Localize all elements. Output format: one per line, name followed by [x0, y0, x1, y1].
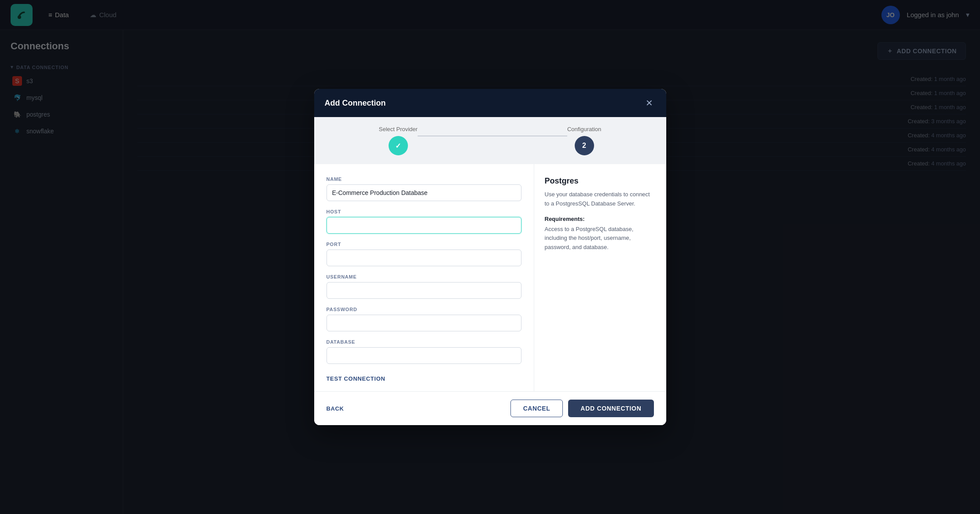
username-input[interactable] [327, 282, 521, 299]
modal-header: Add Connection ✕ [314, 89, 666, 117]
info-panel: Postgres Use your database credentials t… [534, 164, 666, 391]
close-button[interactable]: ✕ [643, 97, 656, 109]
info-description: Use your database credentials to connect… [545, 190, 656, 209]
back-button[interactable]: BACK [327, 405, 344, 412]
modal-footer: BACK CANCEL ADD CONNECTION [314, 391, 666, 425]
stepper: Select Provider ✓ Configuration 2 [314, 117, 666, 164]
cancel-button[interactable]: CANCEL [510, 400, 563, 417]
step-2-circle: 2 [575, 136, 594, 155]
footer-right: CANCEL ADD CONNECTION [510, 400, 654, 417]
step-2-label: Configuration [567, 126, 601, 132]
connection-form: NAME HOST PORT USERNAME PASSWORD DATABAS… [314, 164, 534, 391]
database-field-group: DATABASE [327, 339, 521, 364]
name-input[interactable] [327, 184, 521, 201]
info-requirements-text: Access to a PostgreSQL database, includi… [545, 225, 656, 252]
port-label: PORT [327, 242, 521, 247]
step-1-circle: ✓ [389, 136, 408, 155]
add-connection-submit-button[interactable]: ADD CONNECTION [568, 400, 653, 417]
password-label: PASSWORD [327, 307, 521, 312]
step-1: Select Provider ✓ [379, 126, 418, 155]
host-field-group: HOST [327, 209, 521, 234]
test-connection-link[interactable]: TEST CONNECTION [327, 375, 385, 382]
step-line [418, 136, 567, 136]
step-1-label: Select Provider [379, 126, 418, 132]
username-label: USERNAME [327, 274, 521, 279]
database-label: DATABASE [327, 339, 521, 345]
info-title: Postgres [545, 176, 656, 186]
modal-title: Add Connection [325, 99, 386, 108]
host-label: HOST [327, 209, 521, 214]
info-requirements-title: Requirements: [545, 216, 656, 222]
host-input[interactable] [327, 217, 521, 234]
step-2: Configuration 2 [567, 126, 601, 155]
port-field-group: PORT [327, 242, 521, 266]
password-field-group: PASSWORD [327, 307, 521, 331]
add-connection-modal: Add Connection ✕ Select Provider ✓ Confi… [314, 89, 666, 425]
close-icon: ✕ [646, 99, 653, 107]
name-label: NAME [327, 176, 521, 182]
username-field-group: USERNAME [327, 274, 521, 299]
database-input[interactable] [327, 347, 521, 364]
name-field-group: NAME [327, 176, 521, 201]
port-input[interactable] [327, 250, 521, 266]
password-input[interactable] [327, 315, 521, 331]
modal-body: NAME HOST PORT USERNAME PASSWORD DATABAS… [314, 164, 666, 391]
footer-left: BACK [327, 405, 344, 412]
